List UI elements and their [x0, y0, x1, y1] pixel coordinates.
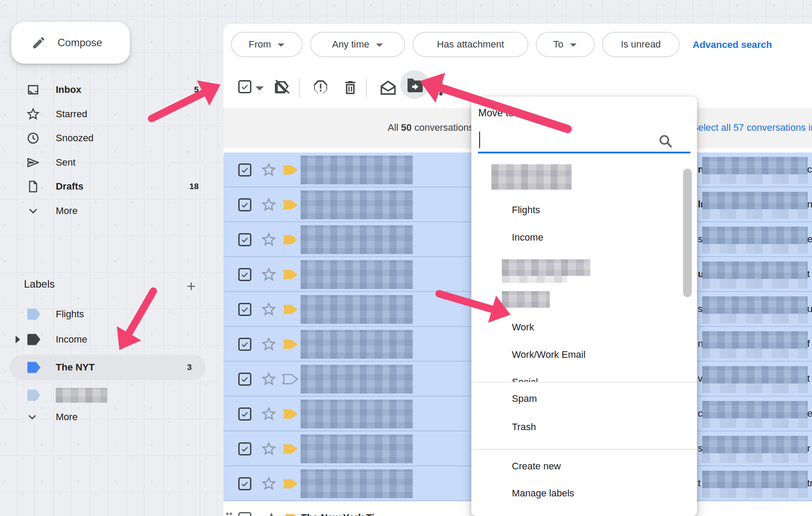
menu-item-manage-labels[interactable]: Manage labels	[512, 488, 574, 499]
row-checkbox[interactable]	[238, 338, 251, 351]
row-checkbox[interactable]	[238, 198, 251, 211]
row-checkbox[interactable]	[238, 512, 251, 516]
important-marker-icon[interactable]	[282, 409, 298, 421]
blurred-label-option[interactable]	[502, 259, 590, 276]
date-fragment-right: t	[807, 373, 810, 384]
label-name: Income	[56, 334, 87, 345]
report-spam-icon[interactable]	[312, 79, 329, 96]
star-icon[interactable]	[261, 441, 277, 458]
select-all-conversations-link[interactable]: Select all 57 conversations in The NYT	[692, 122, 812, 133]
row-checkbox[interactable]	[238, 233, 251, 246]
filter-chip-any-time[interactable]: Any time	[310, 32, 405, 57]
important-marker-icon[interactable]	[282, 234, 298, 247]
sender-name: The New York Ti	[301, 512, 375, 516]
important-marker-icon[interactable]	[282, 304, 298, 316]
sidebar-item-snoozed[interactable]: Snoozed	[0, 126, 209, 150]
filter-chip-to[interactable]: To	[536, 32, 595, 57]
row-checkbox[interactable]	[238, 442, 251, 455]
blurred-label-option[interactable]	[491, 164, 572, 190]
chevron-down-icon	[25, 411, 39, 424]
important-marker-icon[interactable]	[282, 165, 298, 177]
star-icon[interactable]	[261, 267, 277, 284]
row-checkbox[interactable]	[238, 268, 251, 281]
more-options-icon[interactable]	[436, 79, 445, 97]
date-fragment-right: f	[807, 338, 810, 350]
remove-label-icon[interactable]	[273, 78, 290, 97]
unread-count: 18	[189, 182, 199, 191]
delete-icon[interactable]	[342, 79, 359, 96]
send-icon	[26, 156, 40, 170]
mark-read-icon[interactable]	[379, 80, 397, 96]
blurred-sender	[301, 435, 413, 463]
important-marker-icon[interactable]	[282, 269, 298, 282]
menu-item-income[interactable]: Income	[512, 232, 543, 243]
important-marker-icon[interactable]	[282, 479, 298, 491]
star-icon[interactable]	[261, 162, 277, 180]
date-fragment-right: r	[807, 443, 810, 454]
star-icon[interactable]	[261, 336, 277, 354]
menu-item-flights[interactable]: Flights	[512, 204, 540, 216]
date-fragment-right: tr	[807, 478, 812, 489]
toolbar-divider	[366, 78, 367, 98]
row-checkbox[interactable]	[238, 303, 251, 316]
sidebar-item-drafts[interactable]: Drafts18	[0, 174, 209, 199]
star-icon[interactable]	[261, 371, 277, 389]
subject-fragment-left: t	[698, 478, 700, 489]
blurred-snippet	[702, 331, 808, 349]
blurred-snippet-light	[702, 174, 808, 184]
row-checkbox[interactable]	[238, 407, 251, 421]
star-icon[interactable]	[264, 512, 279, 516]
blurred-snippet	[702, 261, 808, 279]
move-to-icon[interactable]	[406, 78, 424, 93]
star-icon[interactable]	[261, 476, 277, 493]
important-marker-icon[interactable]	[282, 200, 298, 212]
drag-handle-icon[interactable]	[226, 512, 233, 516]
select-dropdown-caret-icon[interactable]	[255, 85, 264, 92]
move-to-title: Move to:	[478, 107, 517, 119]
important-marker-icon[interactable]	[282, 444, 298, 456]
create-label-plus-icon[interactable]	[185, 280, 198, 293]
label-menu-scroll-area: FlightsIncomeWorkWork/Work EmailSocial	[471, 158, 697, 382]
sidebar-label-flights[interactable]: Flights	[0, 302, 209, 327]
star-icon[interactable]	[261, 406, 277, 424]
compose-label: Compose	[58, 37, 102, 49]
row-checkbox[interactable]	[238, 163, 251, 177]
pencil-icon	[31, 35, 46, 50]
menu-item-spam[interactable]: Spam	[512, 393, 537, 404]
row-checkbox[interactable]	[238, 477, 251, 490]
label-search-input[interactable]	[478, 127, 683, 151]
sidebar-labels-more[interactable]: More	[0, 404, 209, 430]
sidebar-item-inbox[interactable]: Inbox5	[0, 78, 209, 102]
blurred-snippet-light	[702, 384, 808, 393]
sidebar-item-label: Sent	[56, 157, 75, 168]
row-checkbox[interactable]	[238, 373, 251, 386]
sidebar-item-more[interactable]: More	[0, 199, 209, 223]
sidebar-label-the-nyt[interactable]: The NYT3	[0, 355, 209, 380]
blurred-snippet	[702, 471, 808, 488]
sidebar-item-sent[interactable]: Sent	[0, 150, 209, 175]
menu-item-create-new[interactable]: Create new	[512, 461, 561, 472]
select-all-checkbox[interactable]	[238, 80, 251, 93]
filter-chip-has-attachment[interactable]: Has attachment	[413, 32, 528, 57]
filter-chip-from[interactable]: From	[231, 32, 303, 57]
filter-chip-is-unread[interactable]: Is unread	[602, 32, 680, 57]
advanced-search-link[interactable]: Advanced search	[693, 39, 772, 51]
popup-scrollbar[interactable]	[683, 169, 692, 297]
star-icon[interactable]	[261, 302, 277, 319]
menu-item-work-work-email[interactable]: Work/Work Email	[512, 349, 585, 360]
menu-item-work[interactable]: Work	[512, 322, 534, 333]
date-fragment-right: t	[807, 268, 810, 280]
star-icon[interactable]	[261, 197, 277, 214]
blurred-label-option[interactable]	[502, 291, 550, 308]
sidebar-label-income[interactable]: Income	[0, 327, 209, 352]
blurred-snippet-light	[702, 418, 808, 428]
menu-item-trash[interactable]: Trash	[512, 421, 536, 433]
compose-button[interactable]: Compose	[11, 22, 130, 64]
important-marker-icon[interactable]	[282, 374, 298, 386]
search-icon	[658, 133, 673, 149]
expand-caret-icon[interactable]	[15, 336, 21, 345]
menu-item-social[interactable]: Social	[512, 377, 538, 382]
important-marker-icon[interactable]	[282, 339, 298, 351]
star-icon[interactable]	[261, 232, 277, 249]
sidebar-item-starred[interactable]: Starred	[0, 102, 209, 126]
